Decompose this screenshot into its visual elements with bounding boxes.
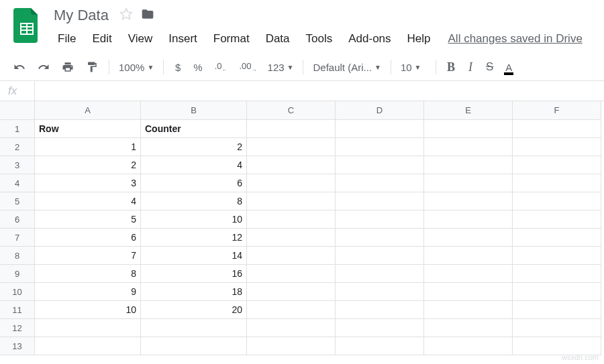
move-folder-icon[interactable]: [141, 7, 154, 23]
row-header-11[interactable]: 11: [0, 301, 35, 319]
cell-A8[interactable]: 7: [35, 247, 141, 265]
cell-D10[interactable]: [336, 283, 424, 301]
cell-F6[interactable]: [513, 210, 601, 229]
row-header-12[interactable]: 12: [0, 319, 35, 337]
sheets-logo[interactable]: [13, 8, 40, 43]
bold-button[interactable]: B: [442, 58, 460, 76]
undo-button[interactable]: [8, 58, 31, 76]
cell-F7[interactable]: [513, 229, 601, 247]
menu-format[interactable]: Format: [207, 29, 256, 48]
cell-C1[interactable]: [247, 120, 336, 138]
cell-E10[interactable]: [424, 283, 513, 301]
menu-edit[interactable]: Edit: [85, 29, 118, 48]
save-status[interactable]: All changes saved in Drive: [448, 32, 583, 46]
cell-A11[interactable]: 10: [35, 301, 141, 319]
cell-D12[interactable]: [336, 319, 424, 337]
cell-E2[interactable]: [424, 138, 513, 156]
cell-B6[interactable]: 10: [141, 210, 247, 229]
column-header-F[interactable]: F: [513, 101, 601, 120]
cell-C2[interactable]: [247, 138, 336, 156]
cell-C13[interactable]: [247, 337, 336, 355]
row-header-5[interactable]: 5: [0, 192, 35, 210]
cell-A13[interactable]: [35, 337, 141, 355]
cell-C10[interactable]: [247, 283, 336, 301]
menu-file[interactable]: File: [51, 29, 83, 48]
cell-F1[interactable]: [513, 120, 601, 138]
cell-B13[interactable]: [141, 337, 247, 355]
cell-F5[interactable]: [513, 192, 601, 210]
cell-F3[interactable]: [513, 156, 601, 174]
cell-D11[interactable]: [336, 301, 424, 319]
cell-C12[interactable]: [247, 319, 336, 337]
cell-E9[interactable]: [424, 265, 513, 283]
cell-C4[interactable]: [247, 174, 336, 192]
cell-B8[interactable]: 14: [141, 247, 247, 265]
cell-D4[interactable]: [336, 174, 424, 192]
cell-C7[interactable]: [247, 229, 336, 247]
cell-A1[interactable]: Row: [35, 120, 141, 138]
cell-E11[interactable]: [424, 301, 513, 319]
cell-E1[interactable]: [424, 120, 513, 138]
cell-C11[interactable]: [247, 301, 336, 319]
cell-D9[interactable]: [336, 265, 424, 283]
paint-format-button[interactable]: [81, 58, 103, 76]
cell-D13[interactable]: [336, 337, 424, 355]
cell-C5[interactable]: [247, 192, 336, 210]
cell-A9[interactable]: 8: [35, 265, 141, 283]
row-header-10[interactable]: 10: [0, 283, 35, 301]
cell-D6[interactable]: [336, 210, 424, 229]
print-button[interactable]: [56, 58, 79, 76]
cell-B10[interactable]: 18: [141, 283, 247, 301]
row-header-1[interactable]: 1: [0, 120, 35, 138]
row-header-3[interactable]: 3: [0, 156, 35, 174]
cell-B4[interactable]: 6: [141, 174, 247, 192]
menu-help[interactable]: Help: [401, 29, 438, 48]
cell-F10[interactable]: [513, 283, 601, 301]
cell-A2[interactable]: 1: [35, 138, 141, 156]
more-formats-dropdown[interactable]: 123▼: [264, 59, 298, 76]
cell-D7[interactable]: [336, 229, 424, 247]
cell-C9[interactable]: [247, 265, 336, 283]
row-header-9[interactable]: 9: [0, 265, 35, 283]
column-header-E[interactable]: E: [424, 101, 513, 120]
cell-E4[interactable]: [424, 174, 513, 192]
cell-A3[interactable]: 2: [35, 156, 141, 174]
cell-E5[interactable]: [424, 192, 513, 210]
menu-addons[interactable]: Add-ons: [342, 29, 397, 48]
cell-F13[interactable]: [513, 337, 601, 355]
row-header-7[interactable]: 7: [0, 229, 35, 247]
menu-view[interactable]: View: [121, 29, 160, 48]
cell-C6[interactable]: [247, 210, 336, 229]
currency-button[interactable]: $: [169, 58, 187, 76]
cell-B12[interactable]: [141, 319, 247, 337]
cell-E13[interactable]: [424, 337, 513, 355]
cell-B9[interactable]: 16: [141, 265, 247, 283]
cell-F9[interactable]: [513, 265, 601, 283]
cell-E7[interactable]: [424, 229, 513, 247]
cell-F11[interactable]: [513, 301, 601, 319]
cell-E3[interactable]: [424, 156, 513, 174]
cell-F2[interactable]: [513, 138, 601, 156]
column-header-B[interactable]: B: [141, 101, 247, 120]
cell-F8[interactable]: [513, 247, 601, 265]
cell-B1[interactable]: Counter: [141, 120, 247, 138]
cell-A12[interactable]: [35, 319, 141, 337]
zoom-dropdown[interactable]: 100%▼: [115, 59, 158, 76]
strikethrough-button[interactable]: S: [481, 58, 499, 76]
cell-D1[interactable]: [336, 120, 424, 138]
menu-data[interactable]: Data: [259, 29, 297, 48]
cell-D8[interactable]: [336, 247, 424, 265]
menu-insert[interactable]: Insert: [162, 29, 204, 48]
select-all-corner[interactable]: [0, 101, 35, 120]
column-header-C[interactable]: C: [247, 101, 336, 120]
column-header-A[interactable]: A: [35, 101, 141, 120]
menu-tools[interactable]: Tools: [299, 29, 340, 48]
cell-A4[interactable]: 3: [35, 174, 141, 192]
cell-F12[interactable]: [513, 319, 601, 337]
decrease-decimal-button[interactable]: .0←: [209, 58, 233, 76]
cell-E8[interactable]: [424, 247, 513, 265]
font-dropdown[interactable]: Default (Ari...▼: [309, 59, 385, 76]
cell-D2[interactable]: [336, 138, 424, 156]
cell-A5[interactable]: 4: [35, 192, 141, 210]
star-icon[interactable]: [119, 7, 133, 23]
